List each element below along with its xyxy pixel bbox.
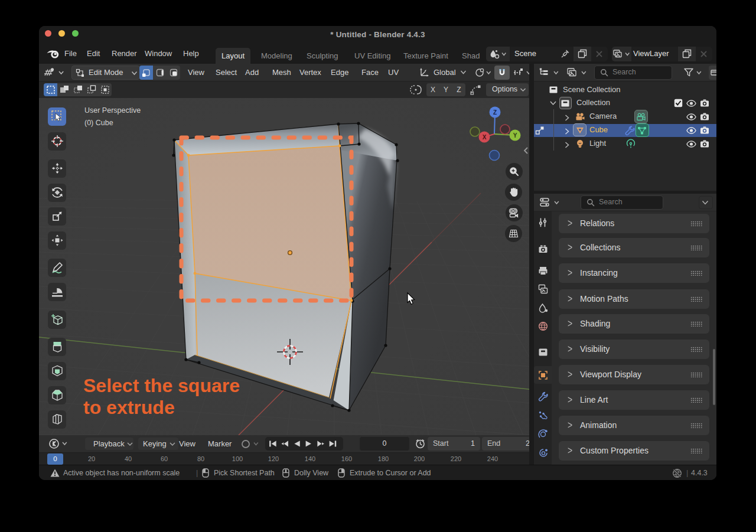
svg-text:X: X <box>483 134 487 141</box>
svg-text:Y: Y <box>513 132 517 139</box>
svg-text:Z: Z <box>493 109 497 116</box>
